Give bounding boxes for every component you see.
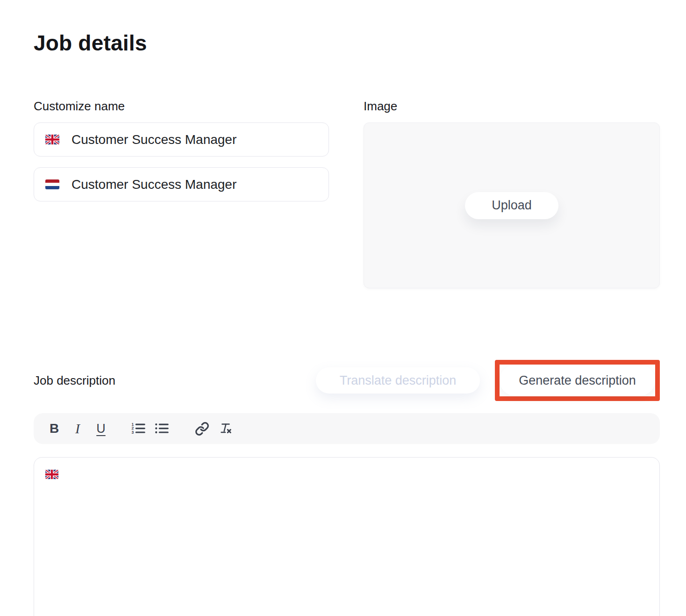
nl-flag-icon xyxy=(45,179,59,189)
underline-icon[interactable]: U xyxy=(93,419,108,438)
clear-formatting-icon[interactable] xyxy=(218,419,233,438)
page-title: Job details xyxy=(34,30,660,56)
bold-icon[interactable]: B xyxy=(47,419,62,438)
job-description-editor[interactable] xyxy=(34,457,660,616)
job-name-input-en[interactable] xyxy=(71,132,329,147)
uk-flag-icon xyxy=(45,470,58,479)
image-label: Image xyxy=(364,100,660,113)
italic-icon[interactable]: I xyxy=(70,419,85,438)
job-name-field-en[interactable] xyxy=(34,122,329,157)
translate-description-button[interactable]: Translate description xyxy=(316,367,480,394)
rich-text-toolbar: B I U 1 2 3 xyxy=(34,413,660,444)
job-description-label: Job description xyxy=(34,373,115,388)
customize-name-label: Customize name xyxy=(34,100,329,113)
job-name-input-nl[interactable] xyxy=(71,177,329,192)
link-icon[interactable] xyxy=(194,419,209,438)
upload-button[interactable]: Upload xyxy=(465,192,558,219)
image-section: Image Upload xyxy=(364,100,660,288)
customize-name-section: Customize name xyxy=(34,100,329,288)
svg-text:3: 3 xyxy=(131,430,134,435)
generate-description-button[interactable]: Generate description xyxy=(500,365,655,396)
unordered-list-icon[interactable] xyxy=(154,419,169,438)
annotation-highlight-box: Generate description xyxy=(495,360,660,401)
job-name-field-nl[interactable] xyxy=(34,167,329,201)
top-row: Customize name xyxy=(34,100,660,288)
uk-flag-icon xyxy=(45,135,59,144)
job-details-page: Job details Customize name xyxy=(0,0,686,616)
ordered-list-icon[interactable]: 1 2 3 xyxy=(131,419,146,438)
job-description-header: Job description Translate description Ge… xyxy=(34,360,660,401)
image-upload-area: Upload xyxy=(364,122,660,288)
